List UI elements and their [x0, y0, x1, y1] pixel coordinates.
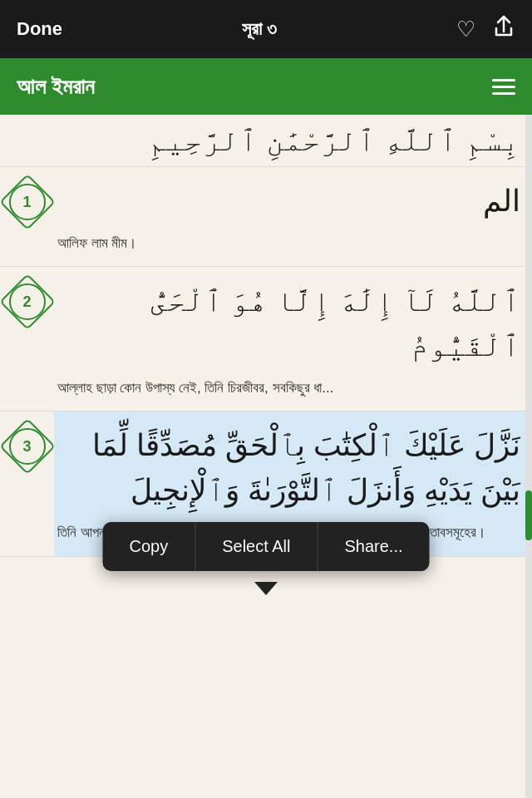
verse-3-arabic: نَزَّلَ عَلَيْكَ ٱلْكِتَٰبَ بِٱلْحَقِّ م… [57, 423, 520, 513]
verse-1-number-area: 1 [0, 167, 54, 266]
context-menu: Copy Select All Share... [102, 522, 429, 571]
verse-2-container: 2 ٱللَّهُ لَآ إِلَٰهَ إِلَّا هُوَ ٱلْحَى… [0, 267, 532, 411]
verse-3-badge: 3 [9, 428, 46, 465]
top-nav: Done সূরা ৩ ♡ [0, 0, 532, 58]
bismillah-text: بِسْمِ ٱللَّهِ ٱلرَّحْمَٰنِ ٱلرَّحِيمِ [148, 123, 520, 157]
verse-1-container: 1 الم আলিফ লাম মীম। [0, 167, 532, 267]
hamburger-line-2 [492, 86, 515, 88]
share-button[interactable]: Share... [318, 522, 429, 571]
verse-2-number-area: 2 [0, 267, 54, 411]
verse-1-arabic: الم [57, 179, 520, 224]
heart-icon[interactable]: ♡ [456, 17, 475, 42]
verse-2-badge: 2 [9, 283, 46, 320]
hamburger-line-3 [492, 92, 515, 95]
share-icon[interactable] [492, 15, 515, 44]
verse-2-text-area[interactable]: ٱللَّهُ لَآ إِلَٰهَ إِلَّا هُوَ ٱلْحَىُّ… [54, 267, 532, 411]
main-content: بِسْمِ ٱللَّهِ ٱلرَّحْمَٰنِ ٱلرَّحِيمِ 1… [0, 115, 532, 798]
verse-3-number-area: 3 [0, 411, 54, 555]
verse-2-bengali: আল্লাহ ছাড়া কোন উপাস্য নেই, তিনি চিরজীব… [57, 377, 520, 399]
menu-button[interactable] [492, 79, 515, 95]
verse-1-bengali: আলিফ লাম মীম। [57, 232, 520, 254]
select-all-button[interactable]: Select All [195, 522, 318, 571]
copy-button[interactable]: Copy [102, 522, 195, 571]
scrollbar[interactable] [525, 115, 532, 798]
nav-title: সূরা ৩ [242, 18, 277, 40]
context-menu-arrow [254, 582, 278, 595]
verse-1-text-area[interactable]: الم আলিফ লাম মীম। [54, 167, 532, 266]
done-button[interactable]: Done [17, 18, 62, 40]
green-header: আল ইমরান [0, 58, 532, 115]
verse-1-badge: 1 [9, 184, 46, 220]
hamburger-line-1 [492, 79, 515, 81]
nav-icons: ♡ [456, 15, 515, 44]
bismillah-area: بِسْمِ ٱللَّهِ ٱلرَّحْمَٰنِ ٱلرَّحِيمِ [0, 115, 532, 167]
surah-name: আল ইমরান [17, 74, 95, 100]
verse-2-arabic: ٱللَّهُ لَآ إِلَٰهَ إِلَّا هُوَ ٱلْحَىُّ… [57, 278, 520, 368]
scrollbar-thumb[interactable] [525, 490, 532, 540]
